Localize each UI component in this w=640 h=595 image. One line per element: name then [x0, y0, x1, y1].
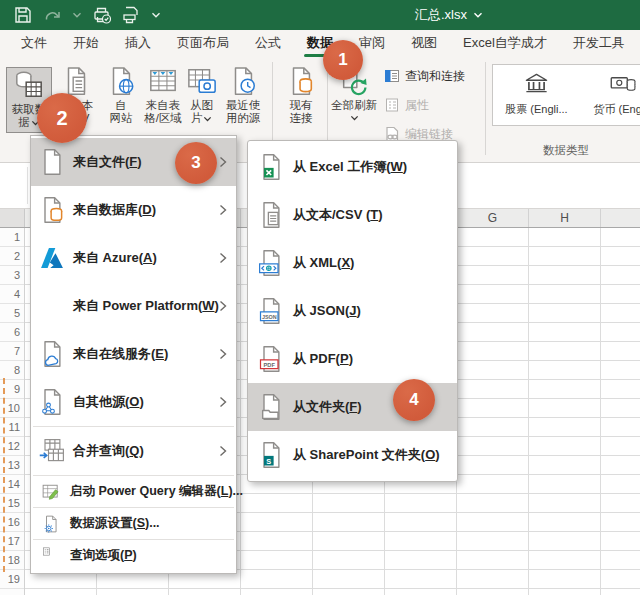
button-label: 自网站 — [110, 99, 133, 125]
button-label: 来自表格/区域 — [144, 99, 182, 125]
menu-item-from-azure[interactable]: 来自 Azure(A) — [31, 234, 236, 282]
row-header-3[interactable]: 3 — [0, 266, 24, 285]
menu-item-label: 从 JSON(J) — [293, 302, 361, 320]
stocks-english-data-type[interactable]: 股票 (Engli... — [493, 65, 580, 125]
menu-item-from-other-sources[interactable]: 自其他源(O) — [31, 378, 236, 426]
chevron-right-icon — [219, 300, 227, 312]
column-header-G[interactable]: G — [457, 209, 529, 227]
file-json-icon: JSON — [256, 296, 286, 326]
tab-插入[interactable]: 插入 — [112, 30, 164, 57]
menu-item-from-pdf[interactable]: PDF从 PDF(P) — [248, 335, 457, 383]
options-icon — [41, 546, 61, 566]
menu-item-label: 来自 Power Platform(W) — [73, 297, 219, 315]
row-header-19[interactable]: 19 — [0, 570, 24, 589]
title-bar: 汇总.xlsx — [0, 0, 640, 30]
tab-页面布局[interactable]: 页面布局 — [164, 30, 242, 57]
menu-item-combine-queries[interactable]: 合并查询(Q) — [31, 427, 236, 475]
menu-item-label: 来自数据库(D) — [73, 201, 156, 219]
properties-button: 属性 — [384, 94, 484, 116]
button-label: 全部刷新 — [331, 99, 377, 112]
row-header-4[interactable]: 4 — [0, 285, 24, 304]
name-box[interactable] — [0, 167, 28, 204]
queries-and-connections-button[interactable]: 查询和连接 — [384, 65, 484, 87]
currency-icon — [610, 71, 637, 98]
row-header-2[interactable]: 2 — [0, 247, 24, 266]
tab-开发工具[interactable]: 开发工具 — [560, 30, 638, 57]
connections-small-buttons: 查询和连接属性编辑链接 — [384, 65, 484, 152]
save-icon[interactable] — [14, 6, 32, 24]
caret-down-icon — [72, 12, 82, 18]
file-blank-icon — [38, 147, 66, 177]
tab-公式[interactable]: 公式 — [242, 30, 294, 57]
data-types-group-label: 数据类型 — [492, 143, 640, 158]
print-preview-icon[interactable] — [122, 6, 140, 24]
merge-queries-icon — [38, 436, 66, 466]
button-label: 现有连接 — [290, 99, 313, 125]
from-picture-button[interactable]: 从图片 — [185, 66, 218, 136]
tab-label: 文件 — [21, 35, 47, 50]
from-web-button[interactable]: 自网站 — [101, 66, 141, 136]
menu-item-query-options[interactable]: 查询选项(P) — [31, 540, 236, 571]
azure-icon — [38, 243, 66, 273]
document-title[interactable]: 汇总.xlsx — [415, 0, 483, 30]
menu-item-label: 查询选项(P) — [70, 547, 137, 564]
page-break-line — [3, 378, 5, 572]
file-xml-icon — [256, 248, 286, 278]
svg-text:PDF: PDF — [264, 362, 276, 368]
step-circle-3: 3 — [175, 142, 217, 184]
menu-item-label: 来自 Azure(A) — [73, 249, 157, 267]
row-header-7[interactable]: 7 — [0, 342, 24, 361]
from-table-range-button[interactable]: 来自表格/区域 — [141, 66, 185, 136]
existing-connections-button[interactable]: 现有连接 — [278, 66, 324, 136]
row-header-6[interactable]: 6 — [0, 323, 24, 342]
file-sharepoint-icon: S — [256, 440, 286, 470]
menu-item-from-online-services[interactable]: 来自在线服务(E) — [31, 330, 236, 378]
no-icon — [38, 291, 66, 321]
recent-sources-button[interactable]: 最近使用的源 — [218, 66, 268, 136]
tab-文件[interactable]: 文件 — [8, 30, 60, 57]
properties-icon — [384, 97, 400, 113]
menu-item-launch-power-query-editor[interactable]: 启动 Power Query 编辑器(L)... — [31, 476, 236, 507]
chevron-right-icon — [219, 252, 227, 264]
menu-item-label: 自其他源(O) — [73, 393, 144, 411]
pq-editor-icon — [41, 482, 61, 502]
column-header-H[interactable]: H — [529, 209, 601, 227]
from-picture-icon — [187, 66, 217, 96]
menu-item-label: 数据源设置(S)... — [70, 515, 160, 532]
chevron-right-icon — [219, 156, 227, 168]
menu-item-label: 从文本/CSV (T) — [293, 206, 383, 224]
menu-item-from-sharepoint-folder[interactable]: S从 SharePoint 文件夹(O) — [248, 431, 457, 479]
button-label: 属性 — [405, 97, 429, 114]
menu-item-from-json[interactable]: JSON从 JSON(J) — [248, 287, 457, 335]
menu-item-label: 来自文件(F) — [73, 153, 142, 171]
menu-item-from-excel-workbook[interactable]: 从 Excel 工作簿(W) — [248, 143, 457, 191]
caret-down-icon[interactable] — [151, 12, 161, 18]
tab-label: Excel自学成才 — [463, 35, 547, 50]
caret-down-icon — [203, 116, 212, 122]
existing-connections-icon — [286, 66, 316, 96]
tab-开始[interactable]: 开始 — [60, 30, 112, 57]
data-type-label: 货币 (Engl... — [594, 102, 640, 117]
tab-label: 公式 — [255, 35, 281, 50]
select-all-corner[interactable] — [0, 209, 25, 227]
chevron-right-icon — [219, 348, 227, 360]
menu-item-label: 从 XML(X) — [293, 254, 354, 272]
row-header-5[interactable]: 5 — [0, 304, 24, 323]
menu-item-label: 从文件夹(F) — [293, 398, 362, 416]
row-header-1[interactable]: 1 — [0, 228, 24, 247]
menu-item-from-power-platform[interactable]: 来自 Power Platform(W) — [31, 282, 236, 330]
tab-label: 视图 — [411, 35, 437, 50]
currency-english-data-type[interactable]: 货币 (Engl... — [580, 65, 640, 125]
menu-item-data-source-settings[interactable]: 数据源设置(S)... — [31, 508, 236, 539]
menu-item-label: 来自在线服务(E) — [73, 345, 168, 363]
get-data-menu: 来自文件(F)来自数据库(D)来自 Azure(A)来自 Power Platf… — [30, 135, 237, 574]
menu-item-from-database[interactable]: 来自数据库(D) — [31, 186, 236, 234]
tab-视图[interactable]: 视图 — [398, 30, 450, 57]
tab-Excel自学成才[interactable]: Excel自学成才 — [450, 30, 560, 57]
menu-item-label: 从 SharePoint 文件夹(O) — [293, 446, 440, 464]
stocks-icon — [523, 71, 550, 98]
printer-approve-icon[interactable] — [93, 6, 111, 24]
menu-item-from-text-csv[interactable]: 从文本/CSV (T) — [248, 191, 457, 239]
menu-item-from-xml[interactable]: 从 XML(X) — [248, 239, 457, 287]
file-cloud-icon — [38, 339, 66, 369]
